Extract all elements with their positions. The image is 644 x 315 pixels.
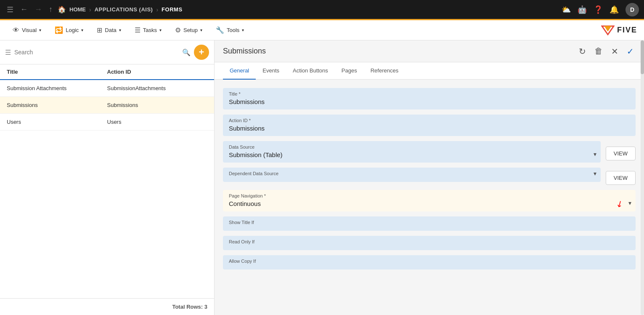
secondary-navbar: 👁 Visual ▾ 🔁 Logic ▾ ⊞ Data ▾ ☰ Tasks ▾ … xyxy=(0,20,644,40)
tab-references[interactable]: References xyxy=(364,62,405,80)
bot-icon[interactable]: 🤖 xyxy=(578,5,587,14)
breadcrumb-separator-1: › xyxy=(89,6,91,13)
dependent-data-source-label: Dependent Data Source xyxy=(229,171,595,176)
show-title-if-field: Show Title If xyxy=(223,216,636,231)
page-navigation-label: Page Navigation * xyxy=(229,193,630,198)
scrollbar-track[interactable] xyxy=(641,40,644,315)
five-logo: FIVE xyxy=(601,25,637,35)
nav-logic[interactable]: 🔁 Logic ▾ xyxy=(49,24,89,37)
nav-setup[interactable]: ⚙ Setup ▾ xyxy=(169,24,208,37)
dependent-data-source-row: Dependent Data Source ▾ VIEW xyxy=(223,168,636,185)
search-input[interactable] xyxy=(14,49,179,56)
notification-icon[interactable]: 🔔 xyxy=(610,5,619,14)
search-icon[interactable]: 🔍 xyxy=(182,48,191,56)
data-source-view-button[interactable]: VIEW xyxy=(606,147,636,160)
tab-events[interactable]: Events xyxy=(256,62,286,80)
dependent-data-source-view-button[interactable]: VIEW xyxy=(606,171,636,185)
tab-action-buttons[interactable]: Action Buttons xyxy=(286,62,335,80)
delete-button[interactable]: 🗑 xyxy=(593,45,604,58)
row-title-2: Users xyxy=(7,119,107,125)
data-dropdown-arrow: ▾ xyxy=(119,28,121,32)
visual-dropdown-arrow: ▾ xyxy=(39,28,41,32)
nav-setup-label: Setup xyxy=(183,27,198,33)
save-button[interactable]: ✓ xyxy=(625,45,636,58)
visual-icon: 👁 xyxy=(13,27,19,34)
sidebar: ☰ 🔍 + Title Action ID Submission Attachm… xyxy=(0,40,215,315)
nav-tasks[interactable]: ☰ Tasks ▾ xyxy=(129,24,167,37)
nav-tools-label: Tools xyxy=(227,27,239,33)
dependent-data-source-field: Dependent Data Source ▾ xyxy=(223,168,601,182)
add-button[interactable]: + xyxy=(194,45,209,60)
search-bar: ☰ 🔍 + xyxy=(0,40,214,64)
tabs-bar: General Events Action Buttons Pages Refe… xyxy=(215,62,644,80)
tab-general[interactable]: General xyxy=(223,62,256,80)
total-rows: Total Rows: 3 xyxy=(172,304,207,310)
row-action-id-0: SubmissionAttachments xyxy=(107,85,208,91)
up-icon[interactable]: ↑ xyxy=(47,3,54,16)
top-nav-actions: ⛅ 🤖 ❓ 🔔 D xyxy=(562,3,639,16)
panel-actions: ↻ 🗑 ✕ ✓ xyxy=(577,45,636,58)
red-arrow-indicator: ↙ xyxy=(614,198,625,210)
page-navigation-value[interactable]: Continuous xyxy=(229,200,630,207)
hamburger-icon[interactable]: ☰ xyxy=(5,3,15,16)
home-icon: 🏠 xyxy=(58,5,66,13)
sidebar-footer: Total Rows: 3 xyxy=(0,298,214,315)
help-icon[interactable]: ❓ xyxy=(594,5,603,14)
refresh-button[interactable]: ↻ xyxy=(577,45,588,58)
five-logo-icon xyxy=(601,25,615,35)
action-id-label: Action ID * xyxy=(229,118,630,123)
page-navigation-dropdown-icon[interactable]: ▾ xyxy=(628,200,631,206)
page-navigation-field: Page Navigation * Continuous ▾ ↙ xyxy=(223,190,636,211)
tools-dropdown-arrow: ▾ xyxy=(242,28,244,32)
user-avatar[interactable]: D xyxy=(625,3,639,16)
allow-copy-if-label: Allow Copy If xyxy=(229,259,630,264)
allow-copy-if-field: Allow Copy If xyxy=(223,255,636,270)
scrollbar-thumb[interactable] xyxy=(641,40,644,74)
dependent-data-source-dropdown-icon[interactable]: ▾ xyxy=(594,170,596,177)
data-icon: ⊞ xyxy=(97,26,102,34)
cloud-icon[interactable]: ⛅ xyxy=(562,5,571,14)
setup-dropdown-arrow: ▾ xyxy=(200,28,202,32)
breadcrumb-separator-2: › xyxy=(156,6,158,13)
action-id-value[interactable]: Submissions xyxy=(229,125,630,132)
row-action-id-2: Users xyxy=(107,119,208,125)
show-title-if-label: Show Title If xyxy=(229,220,630,225)
nav-tasks-label: Tasks xyxy=(143,27,157,33)
title-value[interactable]: Submissions xyxy=(229,98,630,105)
tab-pages[interactable]: Pages xyxy=(335,62,364,80)
table-header: Title Action ID xyxy=(0,64,214,80)
tools-icon: 🔧 xyxy=(216,26,224,34)
top-navbar: ☰ ← → ↑ 🏠 HOME › APPLICATIONS (AIS) › FO… xyxy=(0,0,644,20)
data-source-dropdown-icon[interactable]: ▾ xyxy=(594,151,596,158)
main-content: ☰ 🔍 + Title Action ID Submission Attachm… xyxy=(0,40,644,315)
home-label[interactable]: HOME xyxy=(69,6,86,13)
table-row[interactable]: Submissions Submissions xyxy=(0,97,214,114)
table-row[interactable]: Users Users xyxy=(0,114,214,131)
setup-icon: ⚙ xyxy=(175,26,181,34)
form-content: Title * Submissions Action ID * Submissi… xyxy=(215,80,644,315)
logic-icon: 🔁 xyxy=(55,26,63,34)
right-panel: Submissions ↻ 🗑 ✕ ✓ General Events Actio… xyxy=(215,40,644,315)
column-title: Title xyxy=(7,69,107,75)
back-icon[interactable]: ← xyxy=(19,3,29,16)
column-action-id: Action ID xyxy=(107,69,208,75)
row-title-1: Submissions xyxy=(7,102,107,108)
nav-visual-label: Visual xyxy=(22,27,37,33)
nav-visual[interactable]: 👁 Visual ▾ xyxy=(7,24,47,37)
panel-title: Submissions xyxy=(223,47,577,56)
data-source-row: Data Source Submission (Table) ▾ VIEW xyxy=(223,141,636,163)
title-label: Title * xyxy=(229,91,630,96)
forward-icon[interactable]: → xyxy=(33,3,44,16)
table-row[interactable]: Submission Attachments SubmissionAttachm… xyxy=(0,80,214,97)
tasks-icon: ☰ xyxy=(135,26,140,34)
nav-data[interactable]: ⊞ Data ▾ xyxy=(91,24,127,37)
sidebar-table: Title Action ID Submission Attachments S… xyxy=(0,64,214,298)
row-action-id-1: Submissions xyxy=(107,102,208,108)
data-source-value[interactable]: Submission (Table) xyxy=(229,151,595,158)
panel-header: Submissions ↻ 🗑 ✕ ✓ xyxy=(215,40,644,62)
close-button[interactable]: ✕ xyxy=(610,45,620,58)
applications-breadcrumb[interactable]: APPLICATIONS (AIS) xyxy=(95,6,153,13)
forms-breadcrumb[interactable]: FORMS xyxy=(162,6,182,13)
nav-tools[interactable]: 🔧 Tools ▾ xyxy=(210,24,250,37)
logic-dropdown-arrow: ▾ xyxy=(81,28,83,32)
